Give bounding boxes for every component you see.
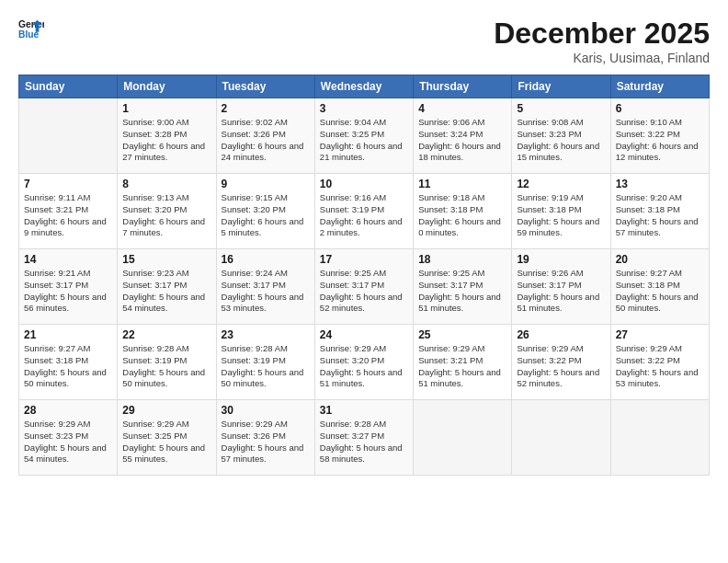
day-number: 23 (222, 328, 310, 341)
calendar-cell: 29Sunrise: 9:29 AM Sunset: 3:25 PM Dayli… (118, 400, 216, 476)
day-info: Sunrise: 9:02 AM Sunset: 3:26 PM Dayligh… (222, 117, 310, 164)
calendar-cell: 30Sunrise: 9:29 AM Sunset: 3:26 PM Dayli… (216, 400, 314, 476)
day-number: 14 (24, 253, 112, 266)
day-number: 9 (222, 178, 310, 190)
day-info: Sunrise: 9:20 AM Sunset: 3:18 PM Dayligh… (616, 192, 704, 239)
day-info: Sunrise: 9:28 AM Sunset: 3:27 PM Dayligh… (320, 419, 408, 465)
logo-icon: General Blue (18, 17, 44, 42)
calendar-cell: 3Sunrise: 9:04 AM Sunset: 3:25 PM Daylig… (314, 98, 413, 174)
day-info: Sunrise: 9:29 AM Sunset: 3:25 PM Dayligh… (122, 419, 210, 465)
day-number: 17 (320, 253, 408, 266)
calendar-cell: 22Sunrise: 9:28 AM Sunset: 3:19 PM Dayli… (118, 325, 216, 400)
day-number: 1 (122, 102, 210, 115)
calendar-cell (512, 400, 610, 476)
calendar-cell: 11Sunrise: 9:18 AM Sunset: 3:18 PM Dayli… (414, 174, 512, 249)
calendar-cell: 17Sunrise: 9:25 AM Sunset: 3:17 PM Dayli… (314, 249, 413, 325)
calendar-cell: 21Sunrise: 9:27 AM Sunset: 3:18 PM Dayli… (19, 325, 118, 400)
day-header-wednesday: Wednesday (314, 75, 413, 98)
day-info: Sunrise: 9:19 AM Sunset: 3:18 PM Dayligh… (517, 192, 605, 239)
week-row-1: 1Sunrise: 9:00 AM Sunset: 3:28 PM Daylig… (19, 98, 710, 174)
day-header-monday: Monday (118, 75, 216, 98)
calendar-cell: 24Sunrise: 9:29 AM Sunset: 3:20 PM Dayli… (314, 325, 413, 400)
day-info: Sunrise: 9:29 AM Sunset: 3:22 PM Dayligh… (616, 343, 704, 390)
day-info: Sunrise: 9:23 AM Sunset: 3:17 PM Dayligh… (122, 268, 210, 315)
subtitle: Karis, Uusimaa, Finland (494, 51, 710, 65)
day-number: 10 (320, 178, 408, 190)
calendar-cell: 4Sunrise: 9:06 AM Sunset: 3:24 PM Daylig… (414, 98, 512, 174)
day-info: Sunrise: 9:25 AM Sunset: 3:17 PM Dayligh… (320, 268, 408, 315)
calendar-cell: 16Sunrise: 9:24 AM Sunset: 3:17 PM Dayli… (216, 249, 314, 325)
calendar-cell: 2Sunrise: 9:02 AM Sunset: 3:26 PM Daylig… (216, 98, 314, 174)
main-title: December 2025 (494, 17, 710, 51)
day-info: Sunrise: 9:27 AM Sunset: 3:18 PM Dayligh… (24, 343, 112, 390)
day-info: Sunrise: 9:25 AM Sunset: 3:17 PM Dayligh… (418, 268, 506, 315)
day-info: Sunrise: 9:28 AM Sunset: 3:19 PM Dayligh… (122, 343, 210, 390)
day-header-saturday: Saturday (610, 75, 709, 98)
page: General Blue December 2025 Karis, Uusima… (0, 0, 728, 563)
calendar-cell: 1Sunrise: 9:00 AM Sunset: 3:28 PM Daylig… (118, 98, 216, 174)
day-info: Sunrise: 9:10 AM Sunset: 3:22 PM Dayligh… (616, 117, 704, 164)
day-info: Sunrise: 9:29 AM Sunset: 3:26 PM Dayligh… (222, 419, 310, 465)
calendar-cell: 26Sunrise: 9:29 AM Sunset: 3:22 PM Dayli… (512, 325, 610, 400)
calendar-cell: 13Sunrise: 9:20 AM Sunset: 3:18 PM Dayli… (610, 174, 709, 249)
day-info: Sunrise: 9:00 AM Sunset: 3:28 PM Dayligh… (122, 117, 210, 164)
day-info: Sunrise: 9:08 AM Sunset: 3:23 PM Dayligh… (517, 117, 605, 164)
day-number: 25 (418, 328, 506, 341)
calendar-cell: 10Sunrise: 9:16 AM Sunset: 3:19 PM Dayli… (314, 174, 413, 249)
day-number: 30 (222, 404, 310, 417)
day-info: Sunrise: 9:06 AM Sunset: 3:24 PM Dayligh… (418, 117, 506, 164)
day-number: 19 (517, 253, 605, 266)
calendar-cell: 15Sunrise: 9:23 AM Sunset: 3:17 PM Dayli… (118, 249, 216, 325)
day-info: Sunrise: 9:26 AM Sunset: 3:17 PM Dayligh… (517, 268, 605, 315)
day-info: Sunrise: 9:04 AM Sunset: 3:25 PM Dayligh… (320, 117, 408, 164)
calendar-cell: 5Sunrise: 9:08 AM Sunset: 3:23 PM Daylig… (512, 98, 610, 174)
day-info: Sunrise: 9:18 AM Sunset: 3:18 PM Dayligh… (418, 192, 506, 239)
day-number: 20 (616, 253, 704, 266)
week-row-4: 21Sunrise: 9:27 AM Sunset: 3:18 PM Dayli… (19, 325, 710, 400)
calendar-cell: 7Sunrise: 9:11 AM Sunset: 3:21 PM Daylig… (19, 174, 118, 249)
calendar-cell (414, 400, 512, 476)
day-info: Sunrise: 9:29 AM Sunset: 3:20 PM Dayligh… (320, 343, 408, 390)
day-number: 13 (616, 178, 704, 190)
title-block: December 2025 Karis, Uusimaa, Finland (494, 17, 710, 65)
calendar-cell: 31Sunrise: 9:28 AM Sunset: 3:27 PM Dayli… (314, 400, 413, 476)
calendar-cell: 14Sunrise: 9:21 AM Sunset: 3:17 PM Dayli… (19, 249, 118, 325)
day-number: 26 (517, 328, 605, 341)
day-info: Sunrise: 9:11 AM Sunset: 3:21 PM Dayligh… (24, 192, 112, 239)
week-row-5: 28Sunrise: 9:29 AM Sunset: 3:23 PM Dayli… (19, 400, 710, 476)
day-number: 27 (616, 328, 704, 341)
calendar-cell: 19Sunrise: 9:26 AM Sunset: 3:17 PM Dayli… (512, 249, 610, 325)
day-number: 18 (418, 253, 506, 266)
day-header-friday: Friday (512, 75, 610, 98)
day-number: 6 (616, 102, 704, 115)
day-info: Sunrise: 9:24 AM Sunset: 3:17 PM Dayligh… (222, 268, 310, 315)
day-number: 16 (222, 253, 310, 266)
day-number: 2 (222, 102, 310, 115)
day-info: Sunrise: 9:16 AM Sunset: 3:19 PM Dayligh… (320, 192, 408, 239)
day-header-thursday: Thursday (414, 75, 512, 98)
day-number: 21 (24, 328, 112, 341)
day-info: Sunrise: 9:13 AM Sunset: 3:20 PM Dayligh… (122, 192, 210, 239)
logo: General Blue (18, 17, 44, 42)
calendar-cell (19, 98, 118, 174)
header-row: SundayMondayTuesdayWednesdayThursdayFrid… (19, 75, 710, 98)
day-info: Sunrise: 9:29 AM Sunset: 3:21 PM Dayligh… (418, 343, 506, 390)
calendar-cell (610, 400, 709, 476)
calendar-cell: 23Sunrise: 9:28 AM Sunset: 3:19 PM Dayli… (216, 325, 314, 400)
day-number: 7 (24, 178, 112, 190)
day-number: 3 (320, 102, 408, 115)
calendar-cell: 9Sunrise: 9:15 AM Sunset: 3:20 PM Daylig… (216, 174, 314, 249)
day-number: 24 (320, 328, 408, 341)
day-info: Sunrise: 9:28 AM Sunset: 3:19 PM Dayligh… (222, 343, 310, 390)
day-number: 22 (122, 328, 210, 341)
day-number: 4 (418, 102, 506, 115)
header: General Blue December 2025 Karis, Uusima… (18, 17, 710, 65)
day-number: 15 (122, 253, 210, 266)
day-header-tuesday: Tuesday (216, 75, 314, 98)
day-number: 28 (24, 404, 112, 417)
calendar-cell: 8Sunrise: 9:13 AM Sunset: 3:20 PM Daylig… (118, 174, 216, 249)
week-row-2: 7Sunrise: 9:11 AM Sunset: 3:21 PM Daylig… (19, 174, 710, 249)
day-info: Sunrise: 9:15 AM Sunset: 3:20 PM Dayligh… (222, 192, 310, 239)
day-number: 29 (122, 404, 210, 417)
day-info: Sunrise: 9:21 AM Sunset: 3:17 PM Dayligh… (24, 268, 112, 315)
